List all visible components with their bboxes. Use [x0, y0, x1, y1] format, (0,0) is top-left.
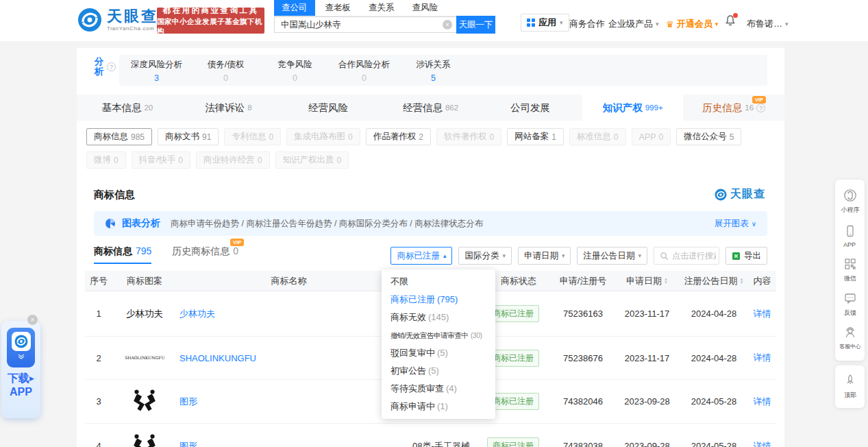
- export-button[interactable]: 导出: [726, 247, 767, 265]
- toolbar-app[interactable]: APP: [835, 219, 865, 253]
- toolbar-feedback[interactable]: 反馈: [835, 287, 865, 322]
- back-to-top-button[interactable]: 顶部: [835, 365, 865, 408]
- nav-enterprise-products[interactable]: 企业级产品 ▾: [608, 18, 659, 30]
- cell-apply-date: 2023-11-17: [615, 353, 680, 363]
- chip-count: 0: [489, 132, 494, 142]
- search-tab-relation[interactable]: 查关系: [369, 0, 395, 16]
- dropdown-option-invalid[interactable]: 商标无效(145): [382, 309, 495, 326]
- dropdown-option-registered[interactable]: 商标已注册(795): [382, 291, 495, 309]
- headset-icon: [843, 326, 857, 339]
- filter-reg-pub-date-button[interactable]: 注册公告日期 ▾: [577, 247, 647, 265]
- search-tab-company[interactable]: 查公司: [274, 0, 315, 16]
- tab-label: 商标信息: [94, 245, 132, 258]
- tab-operation-info[interactable]: 经营信息 862: [380, 95, 482, 121]
- tab-history-info[interactable]: VIP 历史信息 16 ?: [683, 95, 784, 121]
- download-app-label[interactable]: 下载▶ APP: [1, 372, 40, 398]
- dropdown-option-unlimited[interactable]: 不限: [382, 273, 495, 291]
- brand-domain: TianYanCha.com: [107, 26, 158, 32]
- chip-trademark-document[interactable]: 商标文书91: [158, 128, 219, 145]
- stat-deep-risk[interactable]: 深度风险分析 3: [122, 55, 191, 86]
- tianyancha-logo[interactable]: 天眼查 TianYanCha.com: [77, 8, 158, 32]
- trademark-image[interactable]: SHAOLINKUNGFU: [125, 356, 164, 361]
- trademark-name-link[interactable]: 少林功夫: [179, 308, 215, 320]
- dropdown-option-preliminary-publication[interactable]: 初审公告(5): [382, 362, 495, 380]
- tab-count: 999+: [645, 104, 663, 112]
- chip-label: 商标文书: [165, 131, 199, 143]
- chip-weibo: 微博0: [86, 152, 126, 169]
- cell-no: 3: [85, 396, 112, 407]
- chip-label: 微博: [94, 154, 111, 166]
- figure-trademark-image[interactable]: [128, 388, 161, 415]
- stat-competition-risk: 竞争风险 0: [260, 55, 330, 86]
- tab-company-development[interactable]: 公司发展: [481, 95, 582, 121]
- table-search-input[interactable]: [672, 251, 716, 261]
- toolbar-customer-service[interactable]: 客服中心: [835, 322, 865, 356]
- detail-link[interactable]: 详情: [754, 308, 771, 320]
- tab-legal-litigation[interactable]: 法律诉讼 8: [178, 95, 280, 121]
- chip-website-record[interactable]: 网站备案1: [507, 128, 564, 145]
- tab-label: 公司发展: [510, 101, 550, 114]
- user-menu[interactable]: 布鲁诺… ▾: [747, 18, 789, 30]
- chip-software-copyright: 软件著作权0: [436, 128, 501, 145]
- help-icon[interactable]: ?: [107, 62, 116, 71]
- dropdown-option-applying[interactable]: 商标申请中(1): [382, 398, 495, 415]
- header-apply-date[interactable]: 申请日期 ▲▼: [615, 275, 680, 287]
- watermark-text: 天眼查: [730, 187, 765, 202]
- rocket-icon: [843, 374, 857, 387]
- chip-trademark-info[interactable]: 商标信息985: [86, 128, 152, 145]
- stat-value: 0: [260, 73, 330, 83]
- filter-label: 国际分类: [464, 250, 499, 262]
- status-badge: 商标已注册: [487, 437, 539, 447]
- detail-link[interactable]: 详情: [754, 440, 771, 447]
- back-to-top-label: 顶部: [844, 391, 856, 400]
- ip-category-chips: 商标信息985 商标文书91 专利信息0 集成电路布图0 作品著作权2 软件著作…: [86, 128, 777, 175]
- tab-operation-risk[interactable]: 经营风险: [279, 95, 380, 121]
- header-reg-no: 申请/注册号: [551, 275, 615, 287]
- header-pub-date[interactable]: 注册公告日期 ▲▼: [680, 275, 748, 287]
- search-button[interactable]: 天眼一下: [456, 16, 495, 34]
- filter-apply-date-button[interactable]: 申请日期 ▾: [518, 247, 571, 265]
- search-tab-risk[interactable]: 查风险: [412, 0, 438, 16]
- cell-pub-date: 2024-05-28: [680, 396, 748, 407]
- figure-trademark-image[interactable]: [128, 433, 161, 447]
- dropdown-option-awaiting-examination[interactable]: 等待实质审查(4): [382, 380, 495, 398]
- tab-intellectual-property[interactable]: 知识产权 999+: [582, 95, 684, 121]
- notification-bell-icon[interactable]: [725, 14, 736, 27]
- stat-litigation-relation[interactable]: 涉诉关系 5: [399, 55, 468, 86]
- tab-basic-info[interactable]: 基本信息 20: [77, 95, 178, 121]
- app-download-float[interactable]: 下载▶ APP: [1, 321, 40, 418]
- apps-menu-button[interactable]: 应用 ▾: [521, 14, 569, 32]
- dropdown-option-rejection-review[interactable]: 驳回复审中(5): [382, 344, 495, 362]
- search-input[interactable]: [274, 16, 456, 33]
- chip-wechat-official[interactable]: 微信公众号5: [676, 128, 741, 145]
- filter-status-button[interactable]: 商标已注册 ▴: [390, 247, 452, 265]
- trademark-name-link[interactable]: 图形: [179, 396, 197, 408]
- chip-ic-layout: 集成电路布图0: [286, 128, 360, 145]
- tab-history-trademarks[interactable]: VIP 历史商标信息 0: [172, 245, 238, 264]
- trademark-name-link[interactable]: SHAOLINKUNGFU: [179, 353, 256, 363]
- table-search-box[interactable]: [654, 247, 719, 265]
- search-tab-boss[interactable]: 查老板: [325, 0, 351, 16]
- app-icon[interactable]: [7, 328, 35, 367]
- close-icon[interactable]: ×: [27, 315, 38, 325]
- nav-open-vip[interactable]: ♛ 开通会员 ▾: [666, 18, 718, 30]
- tab-current-trademarks[interactable]: 商标信息 795: [94, 245, 151, 264]
- toolbar-mini-program[interactable]: 小程序: [835, 184, 865, 219]
- trademark-name-link[interactable]: 图形: [179, 440, 197, 447]
- help-icon: ?: [756, 104, 765, 112]
- chip-work-copyright[interactable]: 作品著作权2: [366, 128, 431, 145]
- tab-label: 经营信息: [403, 101, 443, 114]
- stat-debt: 债务/债权 0: [191, 55, 260, 86]
- clear-search-icon[interactable]: ×: [443, 20, 452, 29]
- chart-analysis-label: 图表分析: [122, 217, 160, 230]
- dropdown-option-revocation-review[interactable]: 撤销/无效宣告申请审查中(30): [382, 326, 495, 344]
- detail-link[interactable]: 详情: [754, 352, 771, 364]
- trademark-image[interactable]: 少林功夫: [126, 308, 163, 320]
- tab-label: 经营风险: [308, 101, 348, 114]
- nav-business-cooperation[interactable]: 商务合作: [569, 18, 605, 30]
- qr-code-icon: [843, 257, 857, 271]
- filter-intl-class-button[interactable]: 国际分类 ▾: [458, 247, 512, 265]
- detail-link[interactable]: 详情: [754, 396, 771, 408]
- expand-charts-link[interactable]: 展开图表 ∨: [715, 218, 756, 230]
- toolbar-wechat-qr[interactable]: 微信: [835, 253, 865, 287]
